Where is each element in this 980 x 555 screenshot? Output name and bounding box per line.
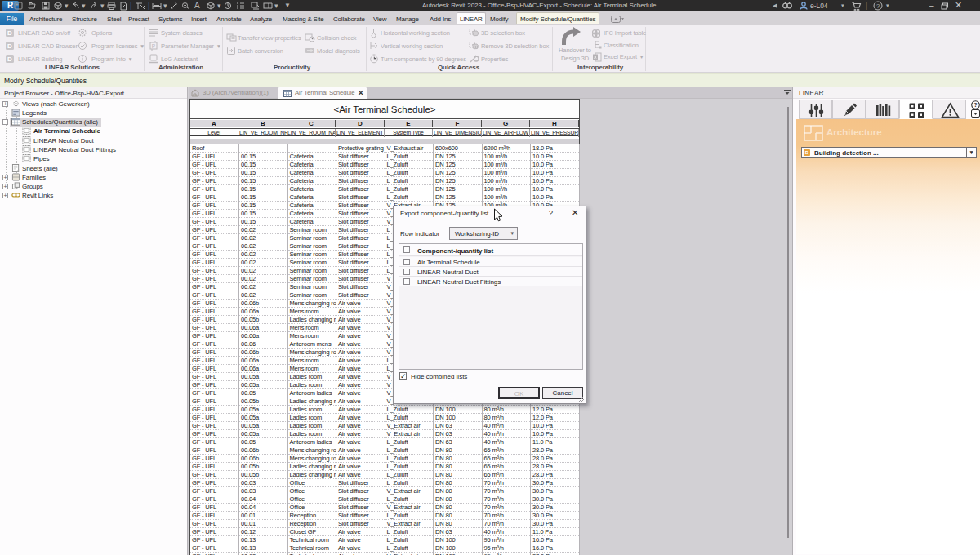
svg-text:D: D bbox=[7, 29, 12, 37]
svg-text:D: D bbox=[7, 56, 12, 63]
svg-text:P: P bbox=[152, 43, 155, 49]
svg-text:D: D bbox=[7, 42, 12, 50]
svg-text:?: ? bbox=[876, 2, 880, 10]
svg-text:?: ? bbox=[973, 101, 978, 109]
